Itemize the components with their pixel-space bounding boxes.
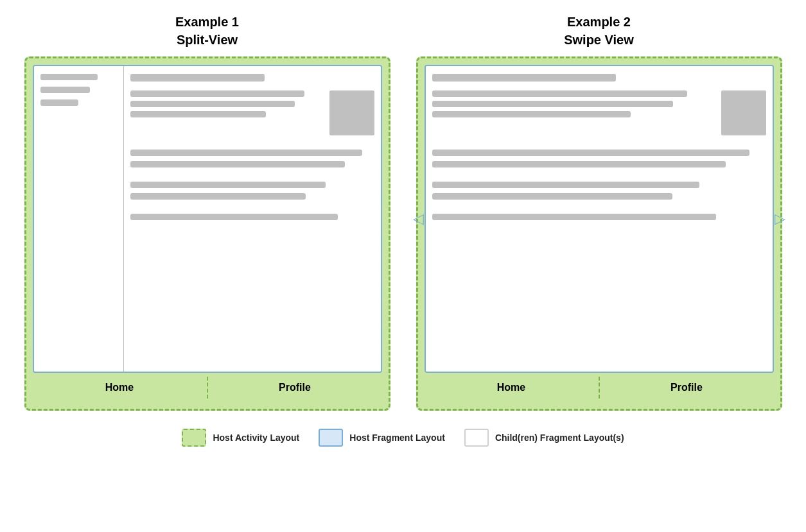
- content-header-bar: [130, 74, 265, 82]
- legend-label-blue: Host Fragment Layout: [349, 433, 445, 443]
- example1-sidebar: [34, 66, 124, 372]
- example2-content: [426, 66, 773, 372]
- content-line-6: [130, 182, 326, 188]
- left-arrow-icon[interactable]: ◁: [413, 210, 424, 227]
- content-top-row: [130, 90, 374, 135]
- example2-swipe-wrapper: ◁ ▷: [425, 65, 774, 373]
- example2: Example 2 Swipe View: [416, 13, 782, 411]
- main-container: Example 1 Split-View: [13, 13, 793, 411]
- swipe-line-3: [432, 111, 631, 117]
- swipe-line-7: [432, 193, 672, 200]
- legend: Host Activity Layout Host Fragment Layou…: [182, 429, 624, 447]
- example1-nav-bar: Home Profile: [33, 373, 382, 402]
- legend-label-white: Child(ren) Fragment Layout(s): [495, 433, 624, 443]
- legend-box-blue: [319, 429, 343, 447]
- right-arrow-icon[interactable]: ▷: [775, 210, 785, 227]
- example1-title-line1: Example 1: [175, 15, 239, 29]
- legend-box-white: [464, 429, 489, 447]
- swipe-content-top-lines: [432, 90, 716, 117]
- example2-host-activity: ◁ ▷ Home Profile: [416, 56, 782, 411]
- sidebar-bar-3: [40, 99, 79, 106]
- legend-item-white: Child(ren) Fragment Layout(s): [464, 429, 624, 447]
- example2-nav-profile[interactable]: Profile: [600, 373, 774, 402]
- sidebar-bar-2: [40, 87, 90, 93]
- legend-label-green: Host Activity Layout: [213, 433, 299, 443]
- example2-nav-bar: Home Profile: [425, 373, 774, 402]
- content-top-lines: [130, 90, 324, 117]
- swipe-line-5: [432, 161, 726, 167]
- swipe-line-8: [432, 214, 716, 220]
- content-image: [329, 90, 374, 135]
- example2-host-fragment: [425, 65, 774, 373]
- example1: Example 1 Split-View: [24, 13, 390, 411]
- example1-host-activity: Home Profile: [24, 56, 390, 411]
- swipe-line-2: [432, 101, 674, 107]
- content-line-7: [130, 193, 306, 200]
- legend-box-green: [182, 429, 206, 447]
- content-line-3: [130, 111, 266, 117]
- swipe-line-6: [432, 182, 699, 188]
- content-line-8: [130, 214, 338, 220]
- swipe-content-header: [432, 74, 616, 82]
- example1-host-fragment: [33, 65, 382, 373]
- swipe-content-image: [721, 90, 766, 135]
- swipe-line-4: [432, 150, 749, 156]
- example2-title: Example 2 Swipe View: [564, 13, 634, 49]
- swipe-line-1: [432, 90, 688, 97]
- example2-title-line1: Example 2: [567, 15, 631, 29]
- content-line-2: [130, 101, 295, 107]
- example1-nav-home[interactable]: Home: [33, 373, 207, 402]
- content-line-5: [130, 161, 345, 167]
- legend-item-blue: Host Fragment Layout: [319, 429, 445, 447]
- example1-title: Example 1 Split-View: [175, 13, 239, 49]
- content-line-1: [130, 90, 305, 97]
- sidebar-bar-1: [40, 74, 98, 80]
- example2-title-line2: Swipe View: [564, 33, 634, 47]
- swipe-content-top-row: [432, 90, 766, 135]
- example2-nav-home[interactable]: Home: [425, 373, 599, 402]
- content-line-4: [130, 150, 362, 156]
- example1-nav-profile[interactable]: Profile: [208, 373, 382, 402]
- example1-title-line2: Split-View: [177, 33, 238, 47]
- example1-content: [124, 66, 381, 372]
- legend-item-green: Host Activity Layout: [182, 429, 299, 447]
